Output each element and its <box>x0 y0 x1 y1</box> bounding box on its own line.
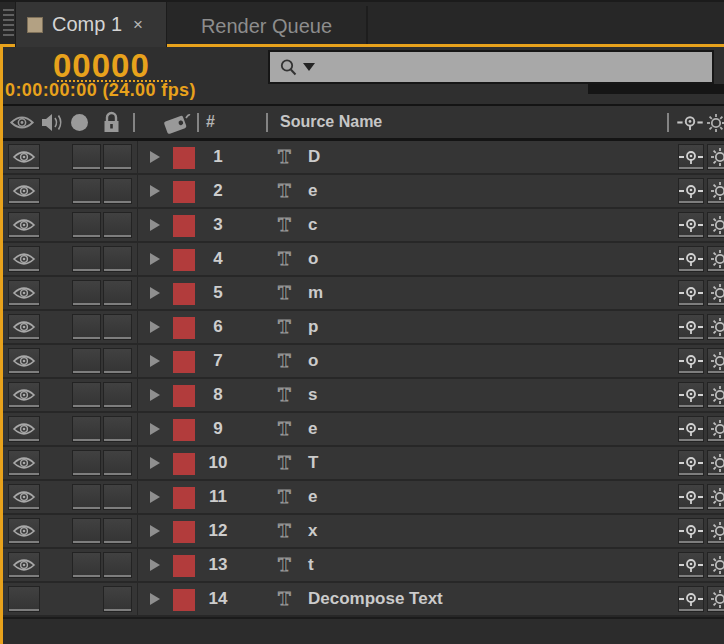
expander-triangle-icon[interactable] <box>150 253 160 265</box>
tab-render-queue[interactable]: Render Queue <box>167 6 368 46</box>
source-name-column-header[interactable]: Source Name <box>280 113 382 131</box>
switches-button[interactable] <box>707 586 724 612</box>
expander-triangle-icon[interactable] <box>150 219 160 231</box>
solo-toggle[interactable] <box>72 314 101 340</box>
visibility-toggle[interactable] <box>8 348 40 374</box>
visibility-toggle[interactable] <box>8 314 40 340</box>
expander-triangle-icon[interactable] <box>150 151 160 163</box>
solo-toggle[interactable] <box>72 518 101 544</box>
layer-label-color[interactable] <box>173 181 195 203</box>
layer-label-color[interactable] <box>173 487 195 509</box>
lock-toggle[interactable] <box>103 280 132 306</box>
visibility-toggle[interactable] <box>8 246 40 272</box>
layer-label-color[interactable] <box>173 589 195 611</box>
layer-name[interactable]: o <box>308 351 318 371</box>
layer-label-color[interactable] <box>173 453 195 475</box>
layer-name[interactable]: s <box>308 385 317 405</box>
visibility-toggle[interactable] <box>8 518 40 544</box>
layer-label-color[interactable] <box>173 555 195 577</box>
expander-triangle-icon[interactable] <box>150 287 160 299</box>
solo-toggle[interactable] <box>72 450 101 476</box>
layer-label-color[interactable] <box>173 147 195 169</box>
parent-pickwhip-button[interactable] <box>678 450 704 476</box>
solo-toggle[interactable] <box>72 280 101 306</box>
parent-pickwhip-button[interactable] <box>678 348 704 374</box>
parent-pickwhip-button[interactable] <box>678 212 704 238</box>
visibility-toggle[interactable] <box>8 382 40 408</box>
parent-pickwhip-button[interactable] <box>678 416 704 442</box>
visibility-toggle[interactable] <box>8 416 40 442</box>
lock-toggle[interactable] <box>103 212 132 238</box>
visibility-toggle[interactable] <box>8 484 40 510</box>
solo-toggle[interactable] <box>72 348 101 374</box>
lock-toggle[interactable] <box>103 314 132 340</box>
layer-label-color[interactable] <box>173 317 195 339</box>
layer-name[interactable]: T <box>308 453 318 473</box>
lock-toggle[interactable] <box>103 144 132 170</box>
expander-triangle-icon[interactable] <box>150 355 160 367</box>
lock-toggle[interactable] <box>103 586 132 612</box>
switches-button[interactable] <box>707 484 724 510</box>
layer-name[interactable]: e <box>308 487 317 507</box>
solo-toggle[interactable] <box>72 212 101 238</box>
switches-button[interactable] <box>707 518 724 544</box>
visibility-toggle[interactable] <box>8 212 40 238</box>
parent-pickwhip-button[interactable] <box>678 178 704 204</box>
parent-pickwhip-button[interactable] <box>678 314 704 340</box>
lock-toggle[interactable] <box>103 416 132 442</box>
layer-name[interactable]: c <box>308 215 317 235</box>
lock-toggle[interactable] <box>103 178 132 204</box>
visibility-toggle[interactable] <box>8 552 40 578</box>
solo-toggle[interactable] <box>72 416 101 442</box>
lock-toggle[interactable] <box>103 246 132 272</box>
visibility-toggle[interactable] <box>8 450 40 476</box>
layer-label-color[interactable] <box>173 419 195 441</box>
parent-pickwhip-button[interactable] <box>678 586 704 612</box>
layer-name[interactable]: m <box>308 283 323 303</box>
timecode-fps-readout[interactable]: 0:00:00:00 (24.00 fps) <box>5 80 196 101</box>
parent-pickwhip-button[interactable] <box>678 552 704 578</box>
layer-name[interactable]: Decompose Text <box>308 589 443 609</box>
layer-label-color[interactable] <box>173 521 195 543</box>
switches-button[interactable] <box>707 450 724 476</box>
parent-pickwhip-button[interactable] <box>678 518 704 544</box>
parent-pickwhip-button[interactable] <box>678 280 704 306</box>
panel-grip-icon[interactable] <box>3 9 14 36</box>
expander-triangle-icon[interactable] <box>150 321 160 333</box>
layer-label-color[interactable] <box>173 385 195 407</box>
search-dropdown-arrow-icon[interactable] <box>303 63 315 71</box>
lock-toggle[interactable] <box>103 348 132 374</box>
layer-name[interactable]: p <box>308 317 318 337</box>
layer-label-color[interactable] <box>173 215 195 237</box>
switches-button[interactable] <box>707 212 724 238</box>
layer-name[interactable]: o <box>308 249 318 269</box>
expander-triangle-icon[interactable] <box>150 593 160 605</box>
lock-toggle[interactable] <box>103 518 132 544</box>
layer-label-color[interactable] <box>173 283 195 305</box>
parent-pickwhip-button[interactable] <box>678 144 704 170</box>
solo-toggle[interactable] <box>72 144 101 170</box>
switches-button[interactable] <box>707 280 724 306</box>
expander-triangle-icon[interactable] <box>150 457 160 469</box>
search-input[interactable] <box>268 50 714 84</box>
solo-toggle[interactable] <box>72 552 101 578</box>
switches-button[interactable] <box>707 314 724 340</box>
lock-toggle[interactable] <box>103 382 132 408</box>
visibility-toggle[interactable] <box>8 178 40 204</box>
layer-name[interactable]: D <box>308 147 320 167</box>
solo-toggle[interactable] <box>72 382 101 408</box>
lock-toggle[interactable] <box>103 484 132 510</box>
layer-label-color[interactable] <box>173 351 195 373</box>
switches-button[interactable] <box>707 144 724 170</box>
switches-button[interactable] <box>707 246 724 272</box>
parent-pickwhip-button[interactable] <box>678 382 704 408</box>
layer-name[interactable]: e <box>308 181 317 201</box>
switches-button[interactable] <box>707 178 724 204</box>
expander-triangle-icon[interactable] <box>150 185 160 197</box>
switches-button[interactable] <box>707 382 724 408</box>
expander-triangle-icon[interactable] <box>150 423 160 435</box>
layer-name[interactable]: x <box>308 521 317 541</box>
switches-button[interactable] <box>707 552 724 578</box>
expander-triangle-icon[interactable] <box>150 389 160 401</box>
visibility-toggle[interactable] <box>8 144 40 170</box>
